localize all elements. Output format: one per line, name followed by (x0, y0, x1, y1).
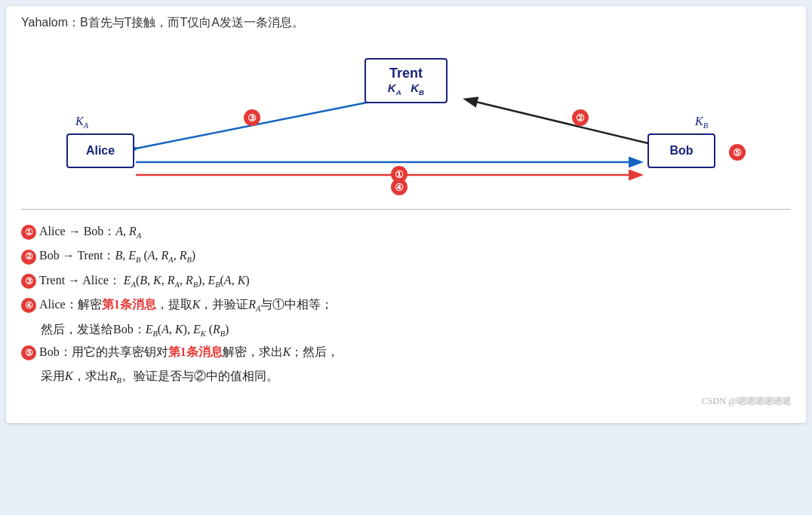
badge-2: ② (572, 109, 589, 126)
trent-label: Trent (389, 66, 423, 81)
watermark-text: CSDN @嗯嗯嗯嗯嗯嗯 (702, 396, 791, 406)
header-label: Yahalom：B首先与T接触，而T仅向A发送一条消息。 (21, 16, 304, 29)
bob-key-label: KB (695, 115, 708, 130)
main-card: Yahalom：B首先与T接触，而T仅向A发送一条消息。 (6, 6, 806, 423)
step-1: ① Alice → Bob：A, RA (21, 220, 791, 243)
divider (21, 209, 791, 210)
step-4-badge: ④ (21, 298, 36, 313)
step-2-text: Bob → Trent：B, EB (A, RA, RB) (39, 244, 195, 267)
alice-key-label: KA (75, 115, 88, 130)
header-text: Yahalom：B首先与T接触，而T仅向A发送一条消息。 (21, 15, 791, 31)
diagram-area: Trent KA KB KA Alice KB Bob ① ② ③ (21, 43, 791, 201)
svg-line-1 (466, 100, 670, 149)
step-2: ② Bob → Trent：B, EB (A, RA, RB) (21, 244, 791, 267)
trent-keys: KA KB (388, 81, 424, 97)
step-5-badge: ⑤ (21, 345, 36, 360)
step-4-line1: ④ Alice：解密第1条消息，提取K，并验证RA与①中相等； (21, 293, 791, 316)
step-1-text: Alice → Bob：A, RA (39, 220, 141, 243)
trent-ka: A (396, 88, 401, 97)
trent-node: Trent KA KB (364, 58, 448, 103)
step-3-badge: ③ (21, 274, 36, 289)
watermark: CSDN @嗯嗯嗯嗯嗯嗯 (21, 395, 791, 408)
step-5-line1: ⑤ Bob：用它的共享密钥对第1条消息解密，求出K；然后， (21, 341, 791, 363)
bob-node: Bob (647, 133, 715, 168)
step-3: ③ Trent → Alice： EA(B, K, RA, RB), EB(A,… (21, 269, 791, 292)
badge-3: ③ (244, 109, 260, 126)
bob-label: Bob (669, 144, 693, 158)
step-4-line2: 然后，发送给Bob：EB(A, K), EK (RB) (21, 318, 791, 341)
step-3-text: Trent → Alice： EA(B, K, RA, RB), EB(A, K… (39, 269, 250, 292)
badge-4: ④ (391, 179, 408, 195)
svg-line-2 (136, 100, 382, 149)
step-2-badge: ② (21, 250, 36, 265)
step-4-text1: Alice：解密第1条消息，提取K，并验证RA与①中相等； (39, 293, 333, 316)
badge-5: ⑤ (729, 144, 746, 161)
step-5-text1: Bob：用它的共享密钥对第1条消息解密，求出K；然后， (39, 341, 339, 363)
steps-section: ① Alice → Bob：A, RA ② Bob → Trent：B, EB … (21, 220, 791, 388)
step-1-badge: ① (21, 225, 36, 240)
alice-node: Alice (66, 133, 134, 168)
alice-label: Alice (86, 144, 115, 158)
step-5-line2: 采用K，求出RB。验证是否与②中的值相同。 (21, 365, 791, 388)
trent-kb: B (419, 88, 424, 97)
